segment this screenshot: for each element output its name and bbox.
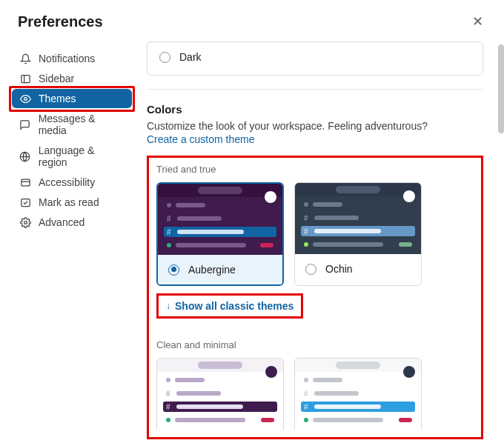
theme-name: Aubergine [188,264,236,276]
radio-icon [305,264,316,275]
theme-card-clean-2[interactable]: # # [294,358,422,430]
sidebar-item-label: Sidebar [39,73,74,84]
sidebar-item-accessibility[interactable]: Accessibility [12,173,132,192]
avatar-icon [265,191,276,203]
theme-grid-tried-true: # # Aubergine [156,182,474,286]
theme-preview: # # [157,359,283,430]
svg-rect-0 [21,75,29,82]
sidebar-item-label: Language & region [39,144,125,168]
theme-name: Ochin [325,263,353,275]
sidebar-item-language-region[interactable]: Language & region [12,141,132,172]
theme-preview: # # [295,359,421,430]
gear-icon [19,216,31,228]
colors-description: Customize the look of your workspace. Fe… [147,120,483,132]
group-label-tried-true: Tried and true [156,164,474,175]
sidebar-item-notifications[interactable]: Notifications [12,49,132,68]
globe-icon [19,150,31,162]
highlight-box-themes: Themes [9,86,135,112]
theme-grid-clean-minimal: # # # [156,358,474,430]
scrollbar[interactable] [498,44,504,133]
show-all-label: Show all classic themes [175,300,294,312]
avatar-icon [403,190,415,202]
sidebar-item-label: Advanced [39,216,84,228]
sidebar-item-label: Notifications [39,53,95,64]
theme-preview: # # [295,183,421,254]
sidebar-item-messages-media[interactable]: Messages & media [12,109,132,140]
appearance-mode-box: Dark [147,41,483,76]
theme-card-ochin[interactable]: # # Ochin [294,182,422,286]
sidebar-item-mark-as-read[interactable]: Mark as read [12,193,132,212]
svg-rect-5 [21,179,29,186]
theme-card-aubergine[interactable]: # # Aubergine [156,182,284,286]
show-all-classic-themes-button[interactable]: ↓ Show all classic themes [156,293,303,319]
appearance-dark-label: Dark [179,51,202,63]
page-title: Preferences [18,13,103,30]
bell-icon [19,53,31,64]
preferences-sidebar: Notifications Sidebar Themes Messages & … [0,41,141,443]
sidebar-item-label: Themes [39,93,76,104]
avatar-icon [403,366,415,378]
svg-rect-7 [21,199,29,206]
chat-icon [19,119,31,130]
svg-point-2 [24,97,27,100]
create-custom-theme-link[interactable]: Create a custom theme [147,133,255,145]
close-button[interactable]: ✕ [469,10,486,33]
colors-section: Colors Customize the look of your worksp… [147,103,483,145]
svg-point-8 [24,221,27,224]
sidebar-item-label: Messages & media [39,113,125,136]
check-icon [19,196,31,208]
accessibility-icon [19,176,31,188]
main-pane: Dark Colors Customize the look of your w… [141,41,504,443]
avatar-icon [265,366,277,378]
highlight-box-themes-area: Tried and true # # [147,156,483,439]
eye-icon [19,93,31,104]
sidebar-item-themes[interactable]: Themes [12,89,132,108]
colors-title: Colors [147,103,483,116]
radio-icon [168,264,179,276]
group-label-clean-minimal: Clean and minimal [156,339,474,350]
radio-icon [159,52,170,63]
appearance-dark-option[interactable]: Dark [159,50,471,64]
sidebar-item-label: Mark as read [39,196,99,208]
section-divider [147,89,483,90]
close-icon: ✕ [472,14,483,29]
chevron-down-icon: ↓ [166,301,170,311]
layout-icon [19,73,31,84]
sidebar-item-label: Accessibility [39,176,95,188]
theme-preview: # # [158,184,282,255]
sidebar-item-advanced[interactable]: Advanced [12,213,132,232]
theme-card-clean-1[interactable]: # # [156,358,284,430]
